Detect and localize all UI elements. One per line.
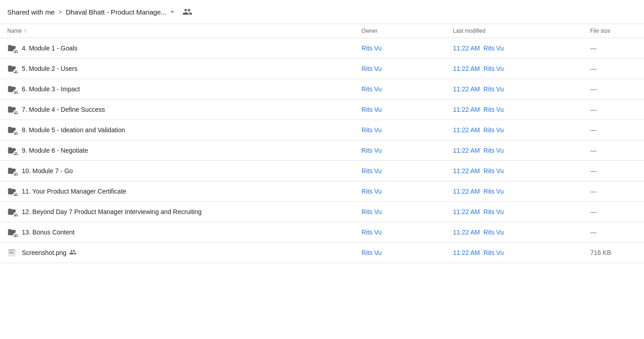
table-row[interactable]: 8. Module 5 - Ideation and ValidationRit… xyxy=(0,120,644,140)
size-cell: — xyxy=(583,120,644,140)
file-name-text: Screenshot.png xyxy=(22,249,66,256)
folder-shared-icon xyxy=(7,228,16,237)
file-name-cell: 9. Module 6 - Negotiate xyxy=(0,140,354,160)
modified-cell: 11:22 AM Rits Vu xyxy=(446,79,583,100)
modified-time: 11:22 AM xyxy=(453,249,480,256)
file-name-cell: 4. Module 1 - Goals xyxy=(0,38,354,58)
file-name-text: 11. Your Product Manager Certificate xyxy=(22,188,126,195)
table-row[interactable]: 11. Your Product Manager CertificateRits… xyxy=(0,181,644,202)
modified-user: Rits Vu xyxy=(482,208,504,215)
modified-cell: 11:22 AM Rits Vu xyxy=(446,202,583,222)
modified-user: Rits Vu xyxy=(482,229,504,236)
modified-time: 11:22 AM xyxy=(453,188,480,195)
file-size-dash: — xyxy=(590,229,597,236)
file-name-cell: Screenshot.png xyxy=(0,243,354,263)
folder-shared-icon xyxy=(7,207,16,216)
folder-shared-icon xyxy=(7,146,16,155)
modified-cell: 11:22 AM Rits Vu xyxy=(446,243,583,263)
breadcrumb-separator: > xyxy=(58,8,62,15)
modified-user: Rits Vu xyxy=(482,249,504,256)
file-name-text: 12. Beyond Day 7 Product Manager Intervi… xyxy=(22,208,201,215)
shared-badge-icon xyxy=(13,69,18,74)
modified-user: Rits Vu xyxy=(482,188,504,195)
modified-user: Rits Vu xyxy=(482,45,504,52)
modified-cell: 11:22 AM Rits Vu xyxy=(446,120,583,140)
folder-shared-icon xyxy=(7,64,16,73)
table-row[interactable]: 4. Module 1 - GoalsRits Vu11:22 AM Rits … xyxy=(0,38,644,59)
shared-badge-icon xyxy=(13,130,18,135)
size-cell: — xyxy=(583,202,644,222)
table-row[interactable]: Screenshot.pngRits Vu11:22 AM Rits Vu716… xyxy=(0,243,644,263)
size-cell: — xyxy=(583,140,644,161)
modified-user: Rits Vu xyxy=(482,147,504,154)
size-cell: — xyxy=(583,59,644,79)
chevron-down-icon[interactable] xyxy=(168,8,176,16)
shared-badge-icon xyxy=(13,49,18,54)
modified-user: Rits Vu xyxy=(482,106,504,113)
shared-with-me-link[interactable]: Shared with me xyxy=(7,8,55,16)
breadcrumb: Shared with me > Dhaval Bhatt - Product … xyxy=(0,0,644,24)
table-header-row: Name ↑ Owner Last modified File size xyxy=(0,24,644,38)
table-row[interactable]: 10. Module 7 - GoRits Vu11:22 AM Rits Vu… xyxy=(0,161,644,181)
column-header-file-size[interactable]: File size xyxy=(583,24,644,38)
table-row[interactable]: 5. Module 2 - UsersRits Vu11:22 AM Rits … xyxy=(0,59,644,79)
file-name-text: 8. Module 5 - Ideation and Validation xyxy=(22,126,125,134)
svg-rect-1 xyxy=(9,249,15,251)
owner-cell: Rits Vu xyxy=(354,100,446,120)
shared-badge-icon xyxy=(13,110,18,115)
modified-time: 11:22 AM xyxy=(453,147,480,154)
file-size-dash: — xyxy=(590,126,597,134)
table-row[interactable]: 13. Bonus ContentRits Vu11:22 AM Rits Vu… xyxy=(0,222,644,243)
owner-cell: Rits Vu xyxy=(354,202,446,222)
file-name-cell: 13. Bonus Content xyxy=(0,222,354,242)
modified-user: Rits Vu xyxy=(482,65,504,72)
file-name-cell: 12. Beyond Day 7 Product Manager Intervi… xyxy=(0,202,354,222)
table-row[interactable]: 7. Module 4 - Define SuccessRits Vu11:22… xyxy=(0,100,644,120)
column-header-owner[interactable]: Owner xyxy=(354,24,446,38)
owner-cell: Rits Vu xyxy=(354,161,446,181)
size-cell: — xyxy=(583,100,644,120)
file-name-text: 7. Module 4 - Define Success xyxy=(22,106,105,113)
shared-people-badge-icon xyxy=(69,249,76,257)
size-cell: — xyxy=(583,161,644,181)
folder-shared-icon xyxy=(7,105,16,114)
owner-cell: Rits Vu xyxy=(354,120,446,140)
file-name-cell: 8. Module 5 - Ideation and Validation xyxy=(0,120,354,140)
modified-time: 11:22 AM xyxy=(453,229,480,236)
file-size-dash: — xyxy=(590,106,597,113)
column-header-last-modified[interactable]: Last modified xyxy=(446,24,583,38)
modified-time: 11:22 AM xyxy=(453,65,480,72)
owner-cell: Rits Vu xyxy=(354,79,446,100)
file-name-text: 13. Bonus Content xyxy=(22,229,75,236)
current-folder-link[interactable]: Dhaval Bhatt - Product Manage... xyxy=(65,8,176,16)
sort-ascending-icon[interactable]: ↑ xyxy=(24,28,26,34)
svg-point-2 xyxy=(10,251,11,253)
file-size-dash: — xyxy=(590,85,597,93)
table-row[interactable]: 12. Beyond Day 7 Product Manager Intervi… xyxy=(0,202,644,222)
file-size-dash: — xyxy=(590,188,597,195)
owner-cell: Rits Vu xyxy=(354,140,446,161)
file-name-text: 5. Module 2 - Users xyxy=(22,65,77,72)
modified-cell: 11:22 AM Rits Vu xyxy=(446,161,583,181)
owner-cell: Rits Vu xyxy=(354,243,446,263)
modified-cell: 11:22 AM Rits Vu xyxy=(446,100,583,120)
modified-user: Rits Vu xyxy=(482,167,504,174)
file-size-dash: — xyxy=(590,65,597,72)
modified-cell: 11:22 AM Rits Vu xyxy=(446,59,583,79)
shared-badge-icon xyxy=(13,212,18,217)
size-cell: — xyxy=(583,79,644,100)
owner-cell: Rits Vu xyxy=(354,181,446,202)
column-header-name[interactable]: Name ↑ xyxy=(0,24,354,38)
table-row[interactable]: 6. Module 3 - ImpactRits Vu11:22 AM Rits… xyxy=(0,79,644,100)
size-cell: — xyxy=(583,222,644,243)
file-size-dash: — xyxy=(590,208,597,215)
modified-time: 11:22 AM xyxy=(453,208,480,215)
modified-cell: 11:22 AM Rits Vu xyxy=(446,140,583,161)
table-row[interactable]: 9. Module 6 - NegotiateRits Vu11:22 AM R… xyxy=(0,140,644,161)
file-name-text: 9. Module 6 - Negotiate xyxy=(22,147,88,154)
file-name-text: 4. Module 1 - Goals xyxy=(22,45,77,52)
size-cell: — xyxy=(583,181,644,202)
shared-badge-icon xyxy=(13,90,18,95)
folder-shared-icon xyxy=(7,187,16,196)
file-size-dash: — xyxy=(590,147,597,154)
